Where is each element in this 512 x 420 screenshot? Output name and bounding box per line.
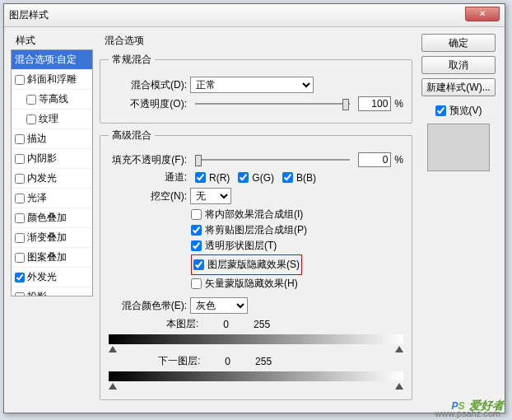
- vector-mask-hides-label: 矢量蒙版隐藏效果(H): [205, 277, 298, 291]
- channel-r-label: R(R): [209, 172, 230, 184]
- under-low: 0: [225, 356, 230, 367]
- sidebar-item-label: 投影: [27, 290, 47, 296]
- sidebar-item-11[interactable]: 外发光: [12, 268, 92, 287]
- styles-list: 混合选项:自定斜面和浮雕等高线纹理描边内阴影内发光光泽颜色叠加渐变叠加图案叠加外…: [11, 49, 93, 296]
- fill-opacity-label: 填充不透明度(F):: [109, 153, 187, 167]
- sidebar-item-3[interactable]: 纹理: [12, 110, 92, 129]
- this-high: 255: [254, 319, 270, 330]
- under-layer-gradient[interactable]: [109, 371, 403, 381]
- vector-mask-hides-checkbox[interactable]: [191, 278, 202, 289]
- blendif-select[interactable]: 灰色: [190, 297, 248, 314]
- sidebar-item-label: 混合选项:自定: [15, 53, 77, 67]
- watermark-url: www.psahz.com: [435, 408, 500, 418]
- dialog-title: 图层样式: [9, 8, 49, 22]
- knockout-label: 挖空(N):: [109, 189, 187, 203]
- sidebar-item-label: 渐变叠加: [27, 231, 67, 245]
- clipped-layers-checkbox[interactable]: [191, 225, 202, 236]
- channel-b-checkbox[interactable]: [282, 172, 293, 183]
- layer-mask-hides-label: 图层蒙版隐藏效果(S): [207, 258, 300, 272]
- sidebar-checkbox-12[interactable]: [15, 292, 25, 297]
- fill-opacity-input[interactable]: [358, 152, 391, 167]
- opacity-slider[interactable]: [195, 97, 350, 110]
- sidebar-item-label: 图案叠加: [27, 250, 67, 264]
- sidebar-checkbox-5[interactable]: [15, 154, 25, 164]
- interior-effects-checkbox[interactable]: [191, 209, 202, 220]
- blend-mode-select[interactable]: 正常: [190, 77, 314, 93]
- sidebar-item-4[interactable]: 描边: [12, 129, 92, 149]
- styles-sidebar: 样式 混合选项:自定斜面和浮雕等高线纹理描边内阴影内发光光泽颜色叠加渐变叠加图案…: [11, 34, 93, 406]
- normal-blend-group: 常规混合 混合模式(D): 正常 不透明度(O): %: [100, 53, 412, 124]
- sidebar-checkbox-8[interactable]: [15, 213, 25, 223]
- sidebar-item-5[interactable]: 内阴影: [12, 149, 92, 169]
- ok-button[interactable]: 确定: [421, 34, 496, 52]
- sidebar-checkbox-4[interactable]: [15, 134, 25, 144]
- this-layer-label: 本图层:: [166, 317, 198, 331]
- sidebar-item-label: 纹理: [39, 112, 58, 126]
- sidebar-item-1[interactable]: 斜面和浮雕: [12, 70, 92, 90]
- panel-title: 混合选项: [105, 34, 412, 48]
- transparency-shapes-checkbox[interactable]: [191, 240, 202, 251]
- knockout-select[interactable]: 无: [190, 188, 231, 204]
- sidebar-checkbox-1[interactable]: [15, 75, 25, 85]
- under-high: 255: [255, 356, 272, 367]
- sidebar-item-label: 等高线: [39, 92, 68, 106]
- fill-opacity-unit: %: [394, 154, 403, 166]
- channel-g-label: G(G): [252, 172, 274, 184]
- advanced-blend-group: 高级混合 填充不透明度(F): % 通道: R(R) G(G) B(B) 挖空(…: [100, 128, 412, 400]
- sidebar-item-label: 光泽: [27, 191, 47, 205]
- channel-b-label: B(B): [296, 172, 316, 184]
- titlebar[interactable]: 图层样式 ✕: [4, 4, 505, 27]
- highlight-box: 图层蒙版隐藏效果(S): [191, 254, 302, 275]
- sidebar-checkbox-10[interactable]: [15, 253, 25, 263]
- sidebar-item-label: 描边: [27, 132, 47, 146]
- sidebar-item-6[interactable]: 内发光: [12, 169, 92, 189]
- sidebar-item-0[interactable]: 混合选项:自定: [12, 50, 92, 70]
- sidebar-checkbox-9[interactable]: [15, 233, 25, 243]
- sidebar-item-10[interactable]: 图案叠加: [12, 248, 92, 268]
- fill-opacity-slider[interactable]: [195, 153, 350, 166]
- sidebar-item-8[interactable]: 颜色叠加: [12, 208, 92, 228]
- sidebar-item-7[interactable]: 光泽: [12, 189, 92, 208]
- this-low: 0: [223, 319, 229, 330]
- blendif-label: 混合颜色带(E):: [109, 299, 187, 313]
- sidebar-item-label: 斜面和浮雕: [27, 72, 77, 86]
- channel-r-checkbox[interactable]: [195, 172, 206, 183]
- sidebar-checkbox-3[interactable]: [26, 114, 36, 124]
- close-button[interactable]: ✕: [465, 7, 500, 21]
- sidebar-checkbox-7[interactable]: [15, 194, 25, 203]
- sidebar-label: 样式: [11, 34, 93, 48]
- preview-checkbox[interactable]: [435, 105, 446, 116]
- right-panel: 确定 取消 新建样式(W)... 预览(V): [419, 34, 498, 406]
- opacity-input[interactable]: [358, 96, 391, 111]
- sidebar-item-label: 外发光: [27, 270, 57, 284]
- layer-mask-hides-checkbox[interactable]: [193, 259, 204, 270]
- blend-mode-label: 混合模式(D):: [109, 78, 187, 92]
- opacity-label: 不透明度(O):: [109, 97, 187, 111]
- sidebar-item-9[interactable]: 渐变叠加: [12, 228, 92, 248]
- channel-g-checkbox[interactable]: [238, 172, 249, 183]
- sidebar-item-label: 颜色叠加: [27, 211, 67, 225]
- sidebar-checkbox-2[interactable]: [26, 95, 36, 105]
- clipped-layers-label: 将剪贴图层混合成组(P): [205, 223, 307, 237]
- sidebar-checkbox-6[interactable]: [15, 174, 25, 184]
- new-style-button[interactable]: 新建样式(W)...: [421, 78, 496, 96]
- sidebar-item-label: 内阴影: [27, 152, 57, 166]
- advanced-blend-legend: 高级混合: [109, 128, 155, 142]
- cancel-button[interactable]: 取消: [421, 56, 496, 74]
- preview-swatch: [427, 124, 490, 171]
- sidebar-item-12[interactable]: 投影: [12, 287, 92, 296]
- main-panel: 混合选项 常规混合 混合模式(D): 正常 不透明度(O): % 高级混合 填充…: [100, 34, 412, 406]
- channel-label: 通道:: [109, 170, 187, 184]
- transparency-shapes-label: 透明形状图层(T): [205, 239, 277, 253]
- under-layer-label: 下一图层:: [158, 354, 200, 368]
- sidebar-checkbox-11[interactable]: [15, 273, 25, 282]
- layer-style-dialog: 图层样式 ✕ 样式 混合选项:自定斜面和浮雕等高线纹理描边内阴影内发光光泽颜色叠…: [3, 3, 505, 413]
- sidebar-item-2[interactable]: 等高线: [12, 90, 92, 110]
- sidebar-item-label: 内发光: [27, 171, 57, 185]
- this-layer-gradient[interactable]: [109, 334, 403, 344]
- normal-blend-legend: 常规混合: [109, 53, 155, 67]
- opacity-unit: %: [394, 98, 403, 110]
- preview-label: 预览(V): [449, 104, 482, 118]
- interior-effects-label: 将内部效果混合成组(I): [205, 208, 303, 222]
